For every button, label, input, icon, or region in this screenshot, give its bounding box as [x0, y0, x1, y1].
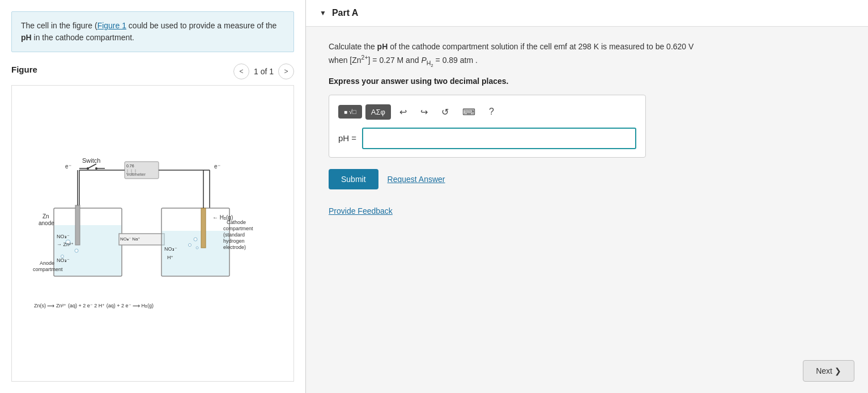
part-header: ▼ Part A	[306, 0, 868, 27]
undo-icon: ↩	[399, 107, 407, 117]
svg-point-35	[194, 238, 197, 241]
svg-text:anode: anode	[39, 220, 54, 226]
svg-text:Zn(s) ⟶ Zn²⁺ (aq) + 2 e⁻   2 H: Zn(s) ⟶ Zn²⁺ (aq) + 2 e⁻ 2 H⁺ (aq) + 2 e…	[34, 303, 154, 309]
part-content: Calculate the pH of the cathode compartm…	[306, 27, 868, 360]
next-button[interactable]: Next ❯	[803, 360, 854, 382]
svg-rect-24	[75, 205, 80, 245]
collapse-arrow-icon[interactable]: ▼	[320, 9, 326, 17]
request-answer-button[interactable]: Request Answer	[388, 175, 445, 184]
action-row: Submit Request Answer	[329, 169, 845, 189]
svg-text:e⁻: e⁻	[214, 163, 220, 170]
submit-button[interactable]: Submit	[329, 169, 378, 189]
svg-text:Switch: Switch	[82, 157, 100, 164]
figure-nav-controls: < 1 of 1 >	[233, 64, 294, 79]
svg-text:NO₃⁻: NO₃⁻	[57, 234, 70, 239]
math-toolbar-button[interactable]: ■ √□	[338, 105, 362, 119]
diagram-svg: Switch 0.76 Voltmeter	[23, 151, 283, 316]
help-button[interactable]: ?	[484, 103, 499, 120]
svg-text:compartment: compartment	[33, 267, 63, 272]
bottom-nav: Next ❯	[306, 360, 868, 393]
redo-button[interactable]: ↪	[415, 103, 433, 121]
greek-toolbar-button[interactable]: ΑΣφ	[365, 104, 391, 120]
redo-icon: ↪	[420, 107, 428, 117]
svg-text:0.76: 0.76	[126, 164, 134, 168]
answer-box: ■ √□ ΑΣφ ↩ ↪ ↺ ⌨ ?	[329, 95, 646, 158]
refresh-icon: ↺	[441, 107, 449, 117]
svg-text:(standard: (standard	[223, 232, 245, 238]
svg-text:Voltmeter: Voltmeter	[126, 172, 146, 177]
figure-container: Switch 0.76 Voltmeter	[11, 85, 294, 382]
svg-point-5	[87, 167, 89, 170]
next-figure-button[interactable]: >	[278, 64, 294, 79]
checkbox-icon: ■	[344, 109, 347, 115]
svg-rect-20	[54, 225, 121, 276]
info-text-1: The cell in the figure (	[21, 21, 97, 30]
ph-input-label: pH =	[338, 133, 356, 143]
left-panel: The cell in the figure (Figure 1 could b…	[0, 0, 306, 393]
svg-text:compartment: compartment	[223, 226, 253, 231]
svg-text:hydrogen: hydrogen	[223, 238, 245, 244]
sqrt-label: √□	[349, 108, 356, 115]
svg-text:Zn: Zn	[42, 213, 49, 219]
feedback-row: Provide Feedback	[329, 206, 845, 215]
ph-bold: pH	[21, 33, 32, 42]
part-title: Part A	[332, 8, 359, 18]
svg-text:Cathode: Cathode	[227, 219, 246, 225]
next-arrow-icon: ❯	[835, 366, 841, 375]
provide-feedback-button[interactable]: Provide Feedback	[329, 206, 393, 215]
svg-text:Anode: Anode	[40, 260, 54, 266]
svg-point-22	[75, 249, 78, 252]
express-text: Express your answer using two decimal pl…	[329, 77, 845, 86]
figure1-link[interactable]: Figure 1	[97, 21, 126, 30]
figure-label: Figure	[11, 65, 37, 74]
page-indicator: 1 of 1	[254, 67, 274, 76]
input-row: pH =	[338, 128, 636, 149]
svg-text:NO₃⁻: NO₃⁻	[164, 246, 177, 252]
svg-point-36	[188, 243, 191, 246]
svg-text:e⁻: e⁻	[65, 163, 71, 170]
toolbar: ■ √□ ΑΣφ ↩ ↪ ↺ ⌨ ?	[338, 103, 636, 121]
refresh-button[interactable]: ↺	[436, 103, 454, 121]
help-icon: ?	[489, 107, 494, 117]
keyboard-button[interactable]: ⌨	[457, 103, 480, 121]
svg-text:NO₃⁻: NO₃⁻	[57, 257, 70, 263]
undo-button[interactable]: ↩	[394, 103, 412, 121]
info-box: The cell in the figure (Figure 1 could b…	[11, 11, 294, 52]
svg-text:H⁺: H⁺	[167, 255, 174, 260]
question-text: Calculate the pH of the cathode compartm…	[329, 40, 845, 70]
prev-figure-button[interactable]: <	[233, 64, 249, 79]
next-label: Next	[816, 366, 832, 375]
svg-point-6	[95, 167, 97, 170]
svg-text:→ Zn²⁺: → Zn²⁺	[57, 242, 74, 247]
svg-point-37	[196, 247, 198, 249]
svg-text:electrode): electrode)	[223, 244, 246, 250]
right-panel: ▼ Part A Calculate the pH of the cathode…	[306, 0, 868, 393]
svg-text:NO₃⁻ Na⁺: NO₃⁻ Na⁺	[120, 236, 140, 242]
figure-nav: Figure < 1 of 1 >	[11, 64, 294, 79]
greek-label: ΑΣφ	[371, 108, 385, 116]
ph-answer-input[interactable]	[362, 128, 636, 149]
ph-label-bold: pH	[377, 42, 388, 51]
svg-rect-33	[201, 208, 206, 248]
figure-image: Switch 0.76 Voltmeter	[12, 86, 293, 381]
keyboard-icon: ⌨	[462, 107, 475, 117]
